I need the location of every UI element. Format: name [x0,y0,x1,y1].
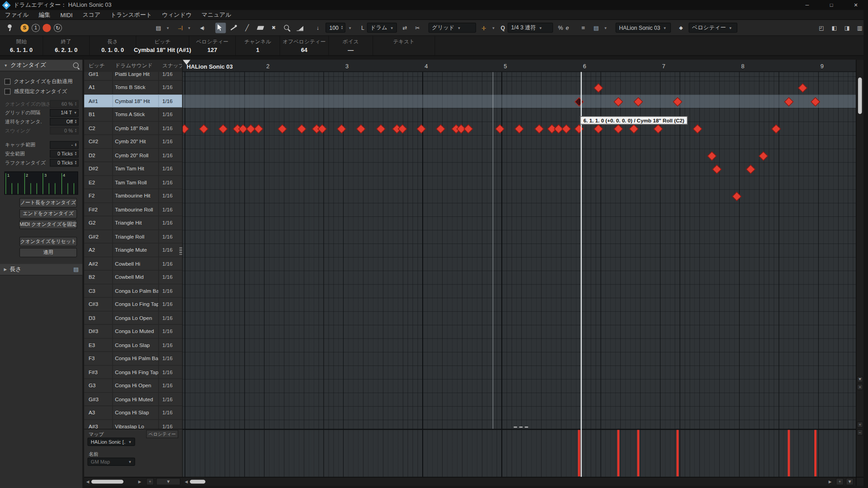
quantize-param-value[interactable]: 0 Ticks▲▼ [50,150,79,158]
sound-column-header[interactable]: ドラムサウンド [113,62,159,70]
drum-note[interactable] [594,124,603,134]
quantize-param-value[interactable]: -▲▼ [50,141,79,149]
drum-row[interactable]: E3Conga Lo Slap1/16 [84,338,182,352]
quantize-param-value[interactable]: 1/4 T▼ [50,109,79,117]
infoline-field[interactable]: 長さ0. 1. 0. 0 [90,36,136,56]
zoom-in-button[interactable]: + [836,478,844,485]
zoom-in-button[interactable]: + [146,478,154,485]
drum-note[interactable] [673,97,682,107]
scroll-down-icon[interactable]: ▼ [857,376,863,382]
quantize-param-value[interactable]: 0 Ticks▲▼ [50,159,79,166]
acoustic-feedback-button[interactable]: 1 [32,23,40,32]
spinner-icon[interactable]: ▲▼ [75,102,77,106]
velocity-bar[interactable] [676,430,679,476]
drum-note[interactable] [784,97,794,107]
drum-note[interactable] [732,192,741,202]
drum-row[interactable]: A3Conga Hi Slap1/16 [84,406,182,420]
spinner-icon[interactable]: ▲▼ [341,25,343,30]
solo-editor-button[interactable]: S [20,23,28,32]
pitch-column-header[interactable]: ピッチ [84,62,113,70]
drum-note[interactable] [337,124,346,134]
lane-zoom-out-button[interactable]: − [857,429,863,435]
spinner-icon[interactable]: ▲▼ [75,128,77,133]
drum-note[interactable] [613,97,623,107]
mute-tool-button[interactable] [269,23,279,33]
drum-row[interactable]: D#3Conga Lo Muted1/16 [84,325,182,338]
infoline-field[interactable]: 終了6. 2. 1. 0 [43,36,90,56]
spinner-icon[interactable]: ▲▼ [75,143,77,147]
drum-note[interactable] [712,165,722,174]
loop-button[interactable] [54,23,62,32]
velocity-bar[interactable] [814,430,816,476]
drum-note[interactable] [416,124,426,134]
right-zone-toggle[interactable] [842,23,852,33]
drum-note[interactable] [398,124,407,134]
drum-row[interactable]: F#2Tambourine Roll1/16 [84,203,182,216]
drum-note[interactable] [376,124,386,134]
menu-item[interactable]: マニュアル [197,10,236,19]
open-in-window-button[interactable] [816,23,826,33]
link-pitch-button[interactable] [400,23,410,33]
drum-list-hscrollbar[interactable]: ◀ ▶ + ▼ [84,477,183,486]
controller-lane-label[interactable]: ベロシティー [146,430,178,438]
drum-note[interactable] [629,124,639,134]
infoline-field[interactable]: ボイス— [329,36,373,56]
auto-apply-checkbox[interactable] [5,78,10,84]
drum-note[interactable] [183,124,189,134]
vscroll-thumb[interactable] [858,77,862,114]
line-tool-button[interactable] [242,23,252,33]
section-setup-icon[interactable] [73,266,79,272]
quantize-setup-button[interactable]: e [566,24,569,30]
grid-vscrollbar[interactable]: ▼ + + − [856,60,863,477]
split-button[interactable] [412,23,422,33]
drum-row[interactable]: C#2Cymb 20" Hit1/16 [84,135,182,149]
drum-row[interactable]: G#3Conga Hi Muted1/16 [84,393,182,406]
drum-row[interactable]: C#3Conga Lo Fing Tap1/16 [84,298,182,311]
menu-item[interactable]: ウィンドウ [157,10,197,19]
drum-note[interactable] [561,124,571,134]
infoline-field[interactable]: オフベロシティー64 [280,36,329,56]
quantize-button[interactable]: クオンタイズをリセット [19,237,77,246]
quantize-button[interactable]: MIDI クオンタイズを固定 [19,220,77,229]
chevron-down-icon[interactable] [187,26,191,30]
menu-item[interactable]: ファイル [0,10,34,19]
drum-row[interactable]: G2Triangle Hit1/16 [84,216,182,230]
track-dropdown[interactable]: HALion Sonic 03 [616,23,671,33]
timeline-ruler[interactable]: 23456789 [183,60,856,72]
menu-item[interactable]: 編集 [34,10,56,19]
drum-row[interactable]: E2Tam Tam Roll1/16 [84,176,182,189]
snapshot-button[interactable] [153,23,163,33]
drum-note[interactable] [278,124,287,134]
drum-row[interactable]: A#2Cowbell Hi1/16 [84,257,182,271]
record-in-editor-button[interactable] [42,23,51,32]
drum-note[interactable] [436,124,445,134]
drum-note[interactable] [574,124,584,134]
snap-column-header[interactable]: スナップ [159,62,182,70]
names-dropdown[interactable]: GM Map [87,458,135,466]
minimize-button[interactable]: ─ [795,0,819,10]
drum-note[interactable] [594,84,603,93]
menu-item[interactable]: スコア [78,10,106,19]
drum-row[interactable]: D2Cymb 20" Roll1/16 [84,149,182,162]
insert-velocity-button[interactable] [313,23,323,33]
infoline-field[interactable]: ベロシティー127 [189,36,236,56]
quantize-button[interactable]: ノート長をクオンタイズ [19,198,77,207]
scroll-right-icon[interactable]: ▶ [826,478,834,486]
spinner-icon[interactable]: ▲▼ [75,119,77,124]
drum-row[interactable]: G#2Triangle Roll1/16 [84,230,182,244]
trim-tool-button[interactable] [295,23,306,33]
drum-note[interactable] [534,124,544,134]
velocity-bar[interactable] [617,430,619,476]
autoscroll-button[interactable] [175,23,184,33]
lane-splitter-handle[interactable] [514,427,528,427]
event-mode-dropdown[interactable]: ドラム [367,23,397,33]
controller-dropdown[interactable]: ベロシティー [689,23,737,33]
eraser-tool-button[interactable] [255,23,265,33]
quantize-param-value[interactable]: Off▲▼ [50,118,79,126]
drum-row[interactable]: F2Tambourine Hit1/16 [84,189,182,203]
quantize-button[interactable]: 適用 [19,248,77,257]
drum-note[interactable] [464,124,473,134]
quantize-button[interactable]: エンドをクオンタイズ [19,209,77,218]
lane-setup-button[interactable] [591,23,601,33]
iq-label[interactable]: Q [501,24,505,30]
